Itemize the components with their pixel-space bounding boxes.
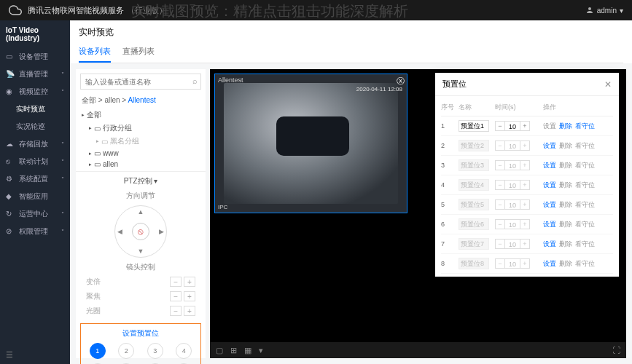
preset-delete-link[interactable]: 删除: [559, 122, 572, 131]
preset-index: 4: [441, 181, 457, 189]
folder-icon: ▭: [94, 124, 101, 132]
video-tile[interactable]: Allentest ⓧ 2020-04-11 12:08 IPC: [214, 74, 407, 213]
time-plus-button[interactable]: +: [520, 121, 530, 131]
preset-row: 5 − 10 + 设置 删除 看守位: [441, 195, 613, 215]
time-minus-button: −: [495, 180, 505, 190]
tree-node[interactable]: ▸▭行政分组: [82, 122, 200, 135]
preset-set-link[interactable]: 设置: [543, 181, 556, 190]
sidebar-item[interactable]: 实时预览: [0, 100, 70, 118]
time-minus-button: −: [495, 239, 505, 249]
tree-toggle-icon[interactable]: ▸: [89, 151, 92, 157]
tree-node[interactable]: ▸全部: [82, 108, 200, 122]
preset-name-input: [459, 159, 489, 171]
product-title: 腾讯云物联网智能视频服务: [28, 5, 124, 16]
time-minus-button[interactable]: −: [495, 121, 505, 131]
preset-slot[interactable]: 1: [90, 343, 106, 359]
time-minus-button: −: [495, 141, 505, 151]
preset-row: 8 − 10 + 设置 删除 看守位: [441, 254, 613, 274]
time-plus-button: +: [520, 199, 530, 210]
tab[interactable]: 直播列表: [122, 43, 155, 63]
preset-index: 1: [441, 122, 457, 130]
preset-set-link[interactable]: 设置: [543, 259, 556, 269]
ptz-right-button[interactable]: ▶: [159, 228, 164, 235]
ptz-left-button[interactable]: ◀: [117, 228, 122, 235]
preset-time-value: 10: [505, 141, 520, 151]
sidebar-item[interactable]: ◉视频监控˅: [0, 83, 70, 100]
ptz-direction-wheel: ▲ ▼ ◀ ▶ ⦸: [114, 205, 167, 258]
breadcrumb-mid[interactable]: allen: [104, 96, 120, 104]
ptz-up-button[interactable]: ▲: [138, 208, 144, 215]
focus-minus-button[interactable]: −: [170, 291, 182, 301]
fullscreen-icon[interactable]: ⛶: [612, 346, 620, 355]
preset-watch-link: 看守位: [575, 181, 595, 190]
layout-more-icon[interactable]: ▾: [259, 346, 263, 355]
preset-index: 7: [441, 240, 457, 248]
preset-slot[interactable]: 2: [118, 343, 134, 359]
preset-set-link[interactable]: 设置: [543, 220, 556, 229]
sidebar-item-label: 存储回放: [19, 139, 48, 149]
preset-time-value: 10: [505, 258, 520, 269]
layout-1-icon[interactable]: ▢: [216, 346, 223, 355]
preset-set-link[interactable]: 设置: [543, 240, 556, 249]
col-ops: 操作: [543, 103, 613, 112]
tree-node[interactable]: ▸▭allen: [82, 159, 200, 170]
preset-watch-link[interactable]: 看守位: [575, 122, 595, 131]
sidebar-item[interactable]: ⊘权限管理˅: [0, 223, 70, 240]
ptz-title: PTZ控制: [124, 177, 152, 185]
tree-toggle-icon[interactable]: ▸: [96, 138, 99, 144]
preset-slot[interactable]: 4: [176, 343, 192, 359]
tree-node[interactable]: ▸▭黑名分组: [82, 135, 200, 148]
tree-label: 全部: [87, 110, 101, 120]
sidebar-item[interactable]: ⎋联动计划˅: [0, 153, 70, 170]
preset-watch-link: 看守位: [575, 259, 595, 269]
time-minus-button: −: [495, 199, 505, 210]
sidebar-item[interactable]: ▭设备管理: [0, 48, 70, 66]
iris-plus-button[interactable]: +: [184, 306, 195, 316]
perm-icon: ⊘: [6, 227, 15, 236]
topbar: 腾讯云物联网智能视频服务 （行业版） admin ▾: [0, 0, 632, 20]
sidebar-collapse-button[interactable]: ☰: [6, 350, 13, 360]
iris-minus-button[interactable]: −: [170, 306, 182, 316]
plan-icon: ⎋: [6, 157, 15, 166]
chevron-icon: ˅: [61, 89, 64, 95]
sidebar-item[interactable]: 实况轮巡: [0, 118, 70, 135]
layout-4-icon[interactable]: ⊞: [230, 346, 237, 355]
ptz-stop-button[interactable]: ⦸: [132, 223, 149, 240]
focus-plus-button[interactable]: +: [184, 291, 195, 301]
col-name: 名称: [459, 103, 493, 112]
time-plus-button: +: [520, 180, 530, 190]
tree-node[interactable]: ▸▭www: [82, 148, 200, 159]
preset-set-link: 设置: [543, 122, 556, 131]
tab[interactable]: 设备列表: [79, 43, 111, 63]
tree-toggle-icon[interactable]: ▸: [89, 125, 92, 131]
preset-panel-close-icon[interactable]: ✕: [604, 79, 612, 90]
layout-9-icon[interactable]: ▦: [244, 346, 251, 355]
preset-set-link[interactable]: 设置: [543, 200, 556, 210]
sidebar-item[interactable]: ↻运营中心˅: [0, 205, 70, 223]
preset-row: 2 − 10 + 设置 删除 看守位: [441, 136, 613, 156]
breadcrumb-root[interactable]: 全部: [82, 96, 96, 104]
preset-name-input: [459, 199, 489, 210]
tree-toggle-icon[interactable]: ▸: [82, 112, 85, 118]
preset-name-input[interactable]: [459, 120, 489, 132]
folder-icon: ▭: [101, 138, 108, 146]
preset-set-link[interactable]: 设置: [543, 141, 556, 151]
zoom-plus-button[interactable]: +: [184, 277, 195, 287]
ptz-down-button[interactable]: ▼: [138, 248, 144, 255]
chevron-down-icon[interactable]: ▾: [154, 177, 157, 185]
sidebar-item[interactable]: ☁存储回放˅: [0, 135, 70, 153]
user-dropdown[interactable]: admin ▾: [585, 6, 623, 15]
preset-slot[interactable]: 3: [147, 343, 163, 359]
zoom-minus-button[interactable]: −: [170, 277, 182, 287]
preset-set-link[interactable]: 设置: [543, 161, 556, 170]
sidebar-item[interactable]: ⚙系统配置˅: [0, 170, 70, 188]
preset-time-value: 10: [505, 121, 520, 131]
ai-icon: ◆: [6, 192, 15, 201]
sidebar-item[interactable]: ◆智能应用: [0, 188, 70, 205]
video-toolbar: ▢ ⊞ ▦ ▾ ⛶: [210, 342, 626, 358]
tree-toggle-icon[interactable]: ▸: [89, 162, 92, 167]
storage-icon: ☁: [6, 140, 15, 149]
device-search-input[interactable]: [80, 74, 201, 90]
sidebar-item[interactable]: 📡直播管理˅: [0, 66, 70, 83]
search-icon[interactable]: ⌕: [192, 76, 198, 85]
